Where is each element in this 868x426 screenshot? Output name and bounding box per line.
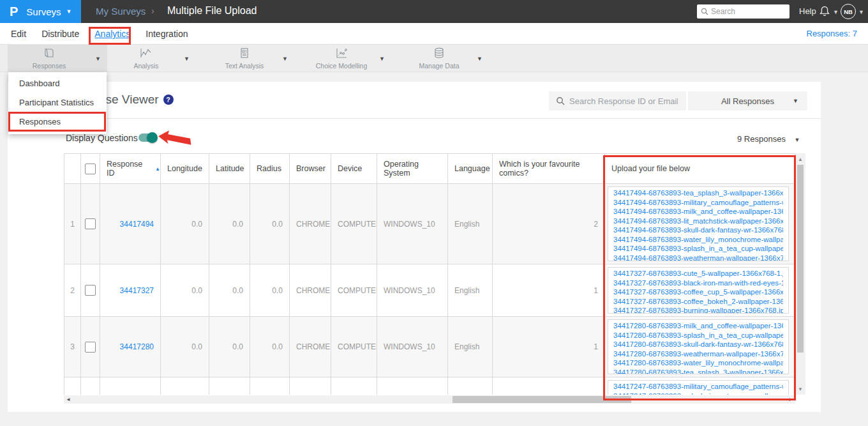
scroll-left-icon[interactable]: ◄ [64, 395, 73, 404]
menu-item-dashboard[interactable]: Dashboard [8, 74, 107, 93]
column-header-device[interactable]: Device [331, 154, 377, 184]
menu-item-participant-statistics[interactable]: Participant Statistics [8, 93, 107, 112]
uploaded-file-link[interactable]: 34417280-68763893-tea_splash_3-wallpaper… [613, 368, 783, 375]
sort-ascending-icon[interactable]: ▲ [155, 166, 160, 172]
global-search[interactable] [697, 4, 789, 19]
bell-chevron-down-icon[interactable]: ▼ [833, 9, 839, 15]
toggle-knob [147, 132, 158, 143]
app-menu[interactable]: P Surveys ▼ [0, 0, 81, 23]
cell-value: 0.0 [191, 220, 202, 229]
uploaded-file-link[interactable]: 34417280-68763893-weatherman-wallpaper-1… [613, 349, 783, 359]
uploaded-file-link[interactable]: 34417494-68763893-water_lily_monochrome-… [613, 235, 783, 245]
row-checkbox[interactable] [85, 218, 96, 229]
table-horizontal-scrollbar[interactable]: ◄ ► [64, 395, 795, 404]
tab-analytics[interactable]: Analytics [94, 29, 130, 39]
toolbar-item-text-analysis[interactable]: Text Analysis▼ [211, 45, 294, 72]
row-checkbox[interactable] [85, 285, 96, 296]
uploaded-file-link[interactable]: 34417247-68763893-splash_in_a_tea_cup-wa… [613, 392, 783, 395]
uploaded-file-link[interactable]: 34417327-68763893-burning-wallpaper-1366… [613, 306, 783, 314]
menu-item-responses[interactable]: Responses [8, 112, 107, 132]
select-all-checkbox[interactable] [85, 164, 96, 174]
uploaded-file-link[interactable]: 34417494-68763893-splash_in_a_tea_cup-wa… [613, 244, 783, 254]
column-header-longitude[interactable]: Longitude [161, 154, 209, 184]
column-header-latitude[interactable]: Latitude [209, 154, 250, 184]
column-header-comics[interactable]: Which is your favourite comics? [493, 154, 605, 184]
cell-comics: 1 [493, 264, 605, 317]
uploaded-file-link[interactable]: 34417280-68763893-splash_in_a_tea_cup-wa… [613, 331, 783, 340]
scroll-up-icon[interactable]: ▲ [795, 155, 805, 164]
column-header-label: Device [338, 164, 362, 173]
tab-edit[interactable]: Edit [11, 29, 26, 39]
uploaded-file-link[interactable]: 34417327-68763893-cute_5-wallpaper-1366x… [613, 269, 783, 278]
uploaded-file-link[interactable]: 34417494-68763893-milk_and_coffee-wallpa… [613, 207, 783, 217]
scroll-down-icon[interactable]: ▼ [795, 384, 805, 393]
responses-page-dropdown[interactable]: 9 Responses ▼ [737, 134, 800, 144]
horizontal-scroll-thumb[interactable] [453, 396, 631, 403]
tab-distribute[interactable]: Distribute [41, 29, 79, 39]
cell-value[interactable]: 34417494 [120, 220, 154, 229]
column-header-language[interactable]: Language [448, 154, 493, 184]
vertical-scroll-thumb[interactable] [797, 165, 804, 353]
avatar[interactable]: NB [841, 4, 856, 19]
column-header-upload[interactable]: Upload your file below [605, 154, 795, 184]
column-header-browser[interactable]: Browser [290, 154, 331, 184]
cell-value: 1 [594, 286, 598, 295]
cell-num: 1 [64, 184, 81, 264]
uploaded-file-link[interactable]: 34417280-68763893-skull-dark-fantasy-wr-… [613, 340, 783, 349]
help-question-icon[interactable]: ? [163, 95, 174, 105]
global-search-input[interactable] [711, 7, 781, 16]
display-questions-toggle[interactable] [138, 133, 156, 142]
uploaded-file-link[interactable]: 34417327-68763893-coffee_bokeh_2-wallpap… [613, 297, 783, 307]
toolbar-item-label: Text Analysis [211, 62, 278, 70]
breadcrumb-my-surveys[interactable]: My Surveys [96, 6, 146, 17]
cell-value: 0.0 [272, 286, 283, 295]
toolbar-item-responses[interactable]: Responses▼ [8, 45, 107, 72]
toolbar-item-label: Responses [8, 62, 91, 70]
table-vertical-scrollbar[interactable]: ▲ ▼ [795, 153, 805, 395]
uploaded-file-link[interactable]: 34417280-68763893-milk_and_coffee-wallpa… [613, 321, 783, 331]
cell-value: WINDOWS_10 [384, 342, 435, 351]
cell-value[interactable]: 34417280 [120, 342, 154, 351]
column-header-radius[interactable]: Radius [250, 154, 290, 184]
select-all-header-cell [81, 154, 100, 184]
response-search-input[interactable] [569, 96, 678, 106]
response-filter-dropdown[interactable]: All Responses ▼ [688, 91, 807, 110]
scroll-right-icon[interactable]: ► [786, 395, 795, 404]
uploaded-file-link[interactable]: 34417327-68763893-black-iron-man-with-re… [613, 278, 783, 288]
response-viewer-card: Response Viewer ? All Responses ▼ Displa… [8, 82, 821, 412]
responses-count-badge: Responses: 7 [807, 29, 858, 38]
help-link[interactable]: Help [799, 6, 816, 16]
uploaded-file-link[interactable]: 34417280-68763893-water_lily_monochrome-… [613, 358, 783, 368]
toolbar-item-manage-data[interactable]: Manage Data▼ [406, 45, 489, 72]
row-checkbox[interactable] [85, 342, 96, 353]
uploaded-file-link[interactable]: 34417247-68763893-military_camouflage_pa… [613, 382, 783, 392]
cell-value: 0.0 [232, 342, 243, 351]
chevron-down-icon[interactable]: ▼ [95, 56, 101, 62]
column-header-id[interactable]: Response ID▲ [100, 154, 161, 184]
uploaded-file-link[interactable]: 34417494-68763893-lit_matchstick-wallpap… [613, 217, 783, 226]
cell-browser [290, 377, 331, 395]
survey-nav-bar: EditDistributeAnalyticsIntegration Respo… [0, 23, 868, 45]
cell-os [377, 377, 448, 395]
column-header-os[interactable]: Operating System [377, 154, 448, 184]
uploaded-file-link[interactable]: 34417494-68763893-skull-dark-fantasy-wr-… [613, 225, 783, 235]
uploaded-file-link[interactable]: 34417327-68763893-coffee_cup_5-wallpaper… [613, 287, 783, 297]
cell-browser: CHROME [290, 184, 331, 264]
uploaded-file-link[interactable]: 34417494-68763893-weatherman-wallpaper-1… [613, 254, 783, 262]
toolbar-item-choice-modelling[interactable]: Choice Modelling▼ [308, 45, 391, 72]
tab-integration[interactable]: Integration [146, 29, 188, 39]
cell-value[interactable]: 34417327 [120, 286, 154, 295]
uploaded-file-link[interactable]: 34417494-68763893-military_camouflage_pa… [613, 198, 783, 208]
chevron-down-icon[interactable]: ▼ [184, 56, 190, 62]
uploaded-file-link[interactable]: 34417494-68763893-tea_splash_3-wallpaper… [613, 188, 783, 198]
chevron-down-icon[interactable]: ▼ [477, 56, 483, 62]
chevron-down-icon[interactable]: ▼ [379, 56, 385, 62]
notifications-bell-icon[interactable] [819, 5, 830, 20]
response-search[interactable] [549, 91, 686, 110]
avatar-chevron-down-icon[interactable]: ▼ [858, 9, 864, 15]
column-header-label: Operating System [384, 160, 447, 178]
toolbar-item-analysis[interactable]: Analysis▼ [113, 45, 196, 72]
cell-value: 0.0 [232, 286, 243, 295]
cell-device: COMPUTER [331, 184, 377, 264]
chevron-down-icon[interactable]: ▼ [282, 56, 288, 62]
